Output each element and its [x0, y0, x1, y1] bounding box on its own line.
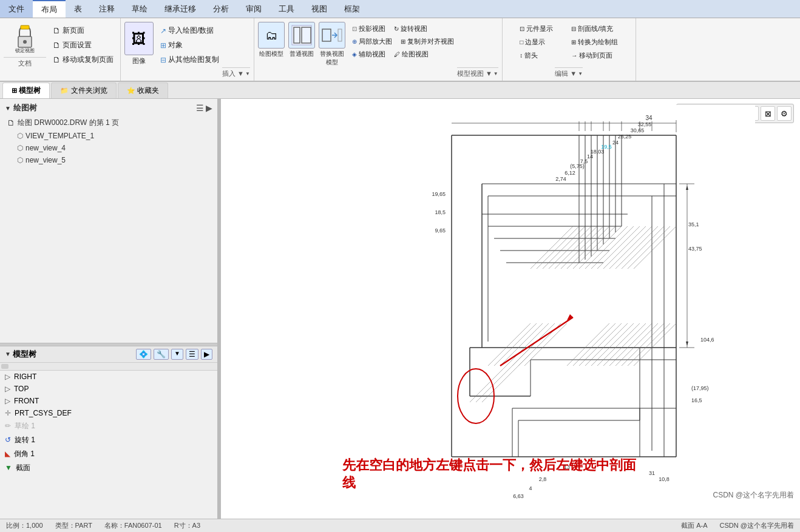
svg-text:31: 31	[649, 470, 655, 476]
edit-group-label[interactable]: 编辑 ▼ ▼	[555, 67, 583, 78]
arrow-btn[interactable]: ↕ 箭头	[517, 50, 556, 61]
aux-view-btn[interactable]: ◈ 辅助视图	[349, 49, 388, 60]
tab-favorites[interactable]: ⭐ 收藏夹	[118, 82, 168, 98]
svg-text:35,1: 35,1	[688, 221, 699, 227]
new-page-btn[interactable]: 🗋 新页面	[50, 24, 117, 37]
copy-align-view-btn[interactable]: ⊞ 复制并对齐视图	[398, 36, 457, 47]
svg-text:9,65: 9,65	[435, 227, 446, 234]
model-tree-title: 模型树	[13, 349, 36, 360]
rotate-view-btn[interactable]: ↻ 旋转视图	[391, 23, 430, 35]
menu-table[interactable]: 表	[66, 0, 90, 18]
model-item-revolve[interactable]: ↺ 旋转 1	[0, 433, 217, 447]
move-to-page-btn[interactable]: → 移动到页面	[568, 50, 621, 61]
insert-group-label[interactable]: 插入 ▼ ▼	[222, 67, 250, 78]
menu-inherit[interactable]: 继承迁移	[156, 0, 205, 18]
copy-from-drawing-btn[interactable]: ⊟ 从其他绘图复制	[157, 53, 222, 66]
lock-icon: 锁定视图 移动	[13, 23, 36, 53]
model-view-dropdown-arrow: ▼	[493, 71, 498, 76]
view5-icon: ⬡	[17, 156, 23, 164]
model-item-section[interactable]: ▼ 截面	[0, 461, 217, 475]
detail-view-btn[interactable]: ⊕ 局部放大图	[349, 36, 395, 47]
drawing-tree-expand-icon[interactable]: ▶	[206, 103, 212, 113]
menu-analysis[interactable]: 分析	[205, 0, 237, 18]
home-btn[interactable]: ⊠	[761, 106, 775, 121]
object-icon: ⊞	[160, 41, 166, 50]
page-setup-icon: 🗋	[53, 41, 61, 50]
drawing-model-btn[interactable]: 🗂 绘图模型	[258, 22, 285, 67]
svg-text:锁定视图: 锁定视图	[15, 48, 35, 53]
right-plane-icon: ▷	[5, 372, 10, 381]
model-item-sketch[interactable]: ✏ 草绘 1	[0, 419, 217, 433]
watermark: CSDN @这个名字先用着	[713, 490, 794, 500]
component-display-btn[interactable]: ⊡ 元件显示	[517, 23, 556, 35]
model-tree-shape-icon[interactable]: 💠	[136, 349, 151, 360]
page-setup-btn[interactable]: 🗋 页面设置	[50, 39, 117, 52]
image-icon: 🖼	[124, 22, 154, 55]
proj-icon: ⊡	[352, 25, 357, 32]
svg-rect-2	[21, 25, 29, 29]
menu-view[interactable]: 视图	[303, 0, 336, 18]
hatch-icon: ⊟	[571, 25, 576, 32]
view-options-btn[interactable]: ⚙	[777, 106, 792, 121]
model-tree-menu2[interactable]: ☰	[186, 349, 198, 360]
menu-bar: 文件 布局 表 注释 草绘 继承迁移 分析 审阅 工具 视图 框架	[0, 0, 800, 18]
svg-text:19,65: 19,65	[432, 191, 446, 197]
tab-file-browser[interactable]: 📁 文件夹浏览	[51, 82, 116, 98]
menu-file[interactable]: 文件	[0, 0, 33, 18]
status-sheet: R寸：A3	[174, 521, 200, 530]
move-copy-page-btn[interactable]: 🗋 移动或复制页面	[50, 53, 117, 66]
svg-text:6,12: 6,12	[564, 170, 575, 176]
projection-view-btn[interactable]: ⊡ 投影视图	[349, 23, 388, 35]
scroll-indicator[interactable]	[1, 364, 8, 369]
drawing-tree-menu-icon[interactable]: ☰	[196, 103, 204, 113]
drawing-root-item[interactable]: 🗋 绘图 DRW0002.DRW 的第 1 页	[5, 116, 212, 130]
menu-annotation[interactable]: 注释	[90, 0, 123, 18]
drawing-root-icon: 🗋	[7, 118, 15, 127]
svg-text:16,5: 16,5	[691, 397, 702, 403]
image-btn[interactable]: 🖼 图像	[124, 22, 154, 66]
replace-view-btn[interactable]: 替换视图模型	[319, 22, 345, 67]
menu-tools[interactable]: 工具	[270, 0, 303, 18]
menu-review[interactable]: 审阅	[237, 0, 270, 18]
menu-frame[interactable]: 框架	[336, 0, 368, 18]
model-view-group-label[interactable]: 模型视图 ▼ ▼	[457, 67, 498, 78]
technical-drawing-svg: 34 32,55 30,65 25,25 24 19,5 18,03 14 7,…	[300, 105, 755, 505]
lock-view-btn[interactable]: 锁定视图 移动	[10, 22, 40, 55]
svg-text:(17,95): (17,95)	[691, 385, 709, 391]
folder-tab-icon: 📁	[60, 87, 69, 94]
model-item-prt-csys[interactable]: ✛ PRT_CSYS_DEF	[0, 407, 217, 419]
model-item-front[interactable]: ▷ FRONT	[0, 395, 217, 407]
menu-sketch[interactable]: 草绘	[123, 0, 156, 18]
tab-model-tree[interactable]: ⊞ 模型树	[2, 82, 50, 98]
ribbon-group-edit: ⊡ 元件显示 □ 边显示 ↕ 箭头 ⊟ 剖面线/填充 ⊞	[503, 18, 636, 81]
new-view-4-item[interactable]: ⬡ new_view_4	[15, 142, 212, 154]
model-tree-controls: 💠 🔧 ▼ ☰ ▶	[136, 349, 212, 360]
model-tree-down-arrow[interactable]: ▼	[171, 349, 183, 360]
model-item-top[interactable]: ▷ TOP	[0, 383, 217, 395]
new-view-5-item[interactable]: ⬡ new_view_5	[15, 154, 212, 166]
view-template-item[interactable]: ⬡ VIEW_TEMPLATE_1	[15, 130, 212, 142]
svg-text:14: 14	[587, 153, 593, 160]
left-spacer	[0, 170, 217, 343]
model-tree-tool-icon[interactable]: 🔧	[154, 349, 169, 360]
convert-drawing-group-btn[interactable]: ⊞ 转换为绘制组	[568, 36, 621, 48]
normal-view-btn[interactable]: 普通视图	[288, 22, 315, 67]
model-item-right[interactable]: ▷ RIGHT	[0, 371, 217, 383]
object-btn[interactable]: ⊞ 对象	[157, 39, 222, 52]
import-drawing-btn[interactable]: ↗ 导入绘图/数据	[157, 24, 222, 37]
front-plane-icon: ▷	[5, 397, 10, 405]
svg-text:43,75: 43,75	[688, 246, 702, 252]
drawing-view-btn[interactable]: 🖊 绘图视图	[391, 49, 432, 60]
model-item-chamfer[interactable]: ◣ 倒角 1	[0, 447, 217, 461]
svg-text:(5,75): (5,75)	[570, 163, 585, 169]
menu-layout[interactable]: 布局	[33, 0, 66, 18]
model-tree-expand2[interactable]: ▶	[201, 349, 212, 360]
drawing-tree-title: 绘图树	[13, 103, 37, 113]
model-tree-scroll-area[interactable]: ▷ RIGHT ▷ TOP ▷ FRONT ✛ PRT_CSYS_DEF ✏	[0, 371, 217, 519]
drawing-tree-header: ▼ 绘图树 ☰ ▶	[5, 103, 212, 113]
sketch-icon: ✏	[5, 422, 11, 430]
hatch-fill-btn[interactable]: ⊟ 剖面线/填充	[568, 23, 621, 35]
status-name: 名称：FAN0607-01	[104, 521, 162, 530]
edge-display-btn[interactable]: □ 边显示	[517, 36, 556, 48]
revolve-icon: ↺	[5, 436, 11, 444]
